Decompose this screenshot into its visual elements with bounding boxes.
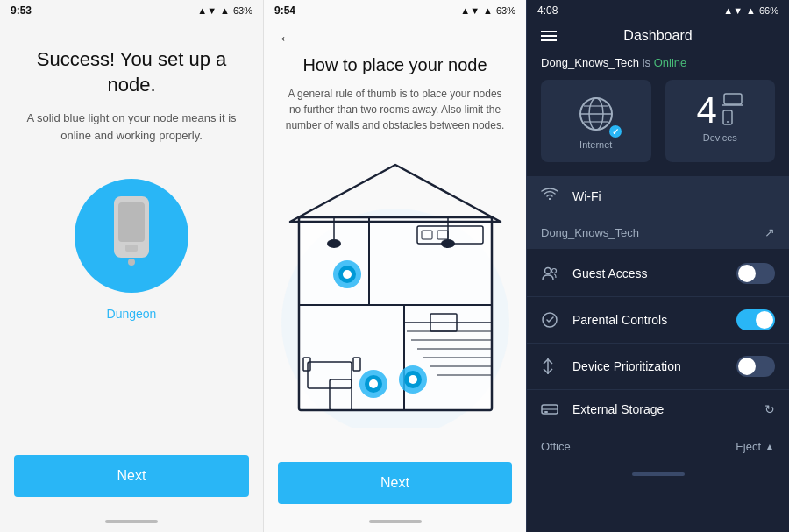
time-3: 4:08 [537, 4, 558, 17]
svg-point-37 [369, 379, 378, 388]
online-indicator: Online [654, 56, 687, 69]
network-name-display: Dong_Knows_Tech [541, 226, 764, 239]
success-content: Success! You set up a node. A solid blue… [0, 21, 263, 441]
devices-count: 4 [697, 92, 717, 129]
dashboard-header: Dashboard [527, 21, 789, 51]
home-indicator-1 [0, 511, 263, 532]
parental-controls-item: Parental Controls [527, 297, 789, 344]
time-1: 9:53 [11, 4, 32, 17]
time-2: 9:54 [274, 4, 295, 17]
internet-stat: ✓ Internet [541, 80, 651, 162]
status-icons-3: ▲▼ ▲ 66% [723, 5, 778, 16]
node-device-svg [101, 192, 162, 280]
svg-point-3 [128, 259, 135, 266]
svg-point-31 [343, 270, 352, 279]
status-bar-1: 9:53 ▲▼ ▲ 63% [0, 0, 263, 21]
device-prioritization-item: Device Prioritization [527, 344, 789, 390]
storage-refresh-icon[interactable]: ↻ [764, 402, 775, 416]
hamburger-menu[interactable] [541, 31, 557, 41]
next-button-2[interactable]: Next [278, 462, 512, 504]
external-storage-item: External Storage ↻ [527, 390, 789, 429]
svg-point-47 [545, 268, 551, 274]
svg-rect-1 [118, 202, 145, 242]
svg-point-34 [409, 375, 417, 384]
home-bar-2 [369, 520, 422, 523]
status-bar-2: 9:54 ▲▼ ▲ 63% [264, 0, 526, 21]
success-description: A solid blue light on your node means it… [18, 110, 245, 144]
status-icons-1: ▲▼ ▲ 63% [197, 5, 252, 16]
parental-controls-label: Parental Controls [572, 313, 736, 327]
external-storage-label: External Storage [572, 402, 764, 416]
battery-icon-1: 63% [233, 5, 252, 16]
guest-access-toggle[interactable] [736, 263, 775, 284]
devices-label: Devices [703, 132, 737, 143]
stats-row: ✓ Internet 4 Devices [527, 80, 789, 176]
eject-icon: ▲ [764, 441, 775, 453]
panel-success: 9:53 ▲▼ ▲ 63% Success! You set up a node… [0, 0, 263, 532]
placement-content: How to place your node A general rule of… [264, 55, 526, 455]
parental-icon [541, 311, 562, 329]
office-eject-row: Office Eject ▲ [527, 429, 789, 464]
signal-icon-2: ▲▼ [460, 5, 480, 16]
success-title: Success! You set up a node. [18, 47, 245, 97]
wifi-section: Wi-Fi Dong_Knows_Tech ↗︎ [527, 176, 789, 249]
home-bar-1 [105, 520, 158, 523]
guest-access-label: Guest Access [572, 266, 736, 280]
eject-label: Eject [736, 440, 761, 453]
status-bar-3: 4:08 ▲▼ ▲ 66% [527, 0, 789, 21]
top-nav-2: ← [264, 21, 526, 55]
laptop-icon [722, 93, 743, 107]
battery-icon-2: 63% [496, 5, 515, 16]
device-icons [722, 93, 743, 125]
svg-point-18 [327, 239, 341, 248]
dashboard-title: Dashboard [623, 28, 692, 44]
house-illustration [281, 147, 509, 428]
home-indicator-3 [527, 464, 789, 485]
battery-3: 66% [759, 5, 778, 16]
placement-description: A general rule of thumb is to place your… [281, 86, 508, 133]
node-name: Dungeon [107, 307, 157, 321]
phone-icon-sm [722, 110, 733, 125]
guest-icon [541, 266, 562, 280]
network-name-status: Dong_Knows_Tech [541, 56, 639, 69]
wifi-icon-2: ▲ [483, 5, 493, 16]
house-svg [281, 147, 509, 428]
svg-point-48 [552, 269, 557, 273]
prioritization-icon [541, 358, 562, 374]
external-link-icon[interactable]: ↗︎ [764, 225, 775, 239]
panel-placement: 9:54 ▲▼ ▲ 63% ← How to place your node A… [263, 0, 526, 532]
signal-icon-3: ▲▼ [723, 5, 743, 16]
check-badge: ✓ [608, 124, 623, 139]
network-name-row: Dong_Knows_Tech ↗︎ [527, 216, 789, 249]
wifi-header: Wi-Fi [527, 176, 789, 216]
device-prioritization-toggle[interactable] [736, 356, 775, 377]
internet-icon-wrapper: ✓ [574, 92, 618, 136]
home-indicator-2 [264, 511, 526, 532]
guest-access-item: Guest Access [527, 251, 789, 297]
back-button[interactable]: ← [278, 28, 295, 47]
parental-controls-toggle[interactable] [736, 309, 775, 330]
home-bar-3 [632, 472, 685, 476]
svg-rect-43 [724, 94, 742, 104]
wifi-label: Wi-Fi [572, 189, 601, 203]
signal-icon-1: ▲▼ [197, 5, 217, 16]
online-status: Dong_Knows_Tech is Online [527, 51, 789, 80]
office-label: Office [541, 440, 736, 453]
status-icons-2: ▲▼ ▲ 63% [460, 5, 515, 16]
devices-stat: 4 Devices [665, 80, 776, 162]
storage-icon [541, 402, 562, 416]
next-button-1[interactable]: Next [14, 455, 249, 497]
eject-button[interactable]: Eject ▲ [736, 440, 775, 453]
wifi-icon-1: ▲ [220, 5, 230, 16]
device-prioritization-label: Device Prioritization [572, 359, 736, 373]
svg-rect-5 [299, 217, 492, 410]
node-circle [75, 179, 188, 293]
wifi-signal-3: ▲ [746, 5, 756, 16]
internet-label: Internet [579, 139, 612, 150]
svg-rect-2 [125, 245, 138, 252]
panel-dashboard: 4:08 ▲▼ ▲ 66% Dashboard Dong_Knows_Tech … [526, 0, 789, 532]
wifi-icon [541, 188, 562, 204]
svg-rect-53 [544, 411, 548, 413]
placement-title: How to place your node [302, 55, 487, 75]
devices-count-wrapper: 4 [697, 92, 743, 129]
